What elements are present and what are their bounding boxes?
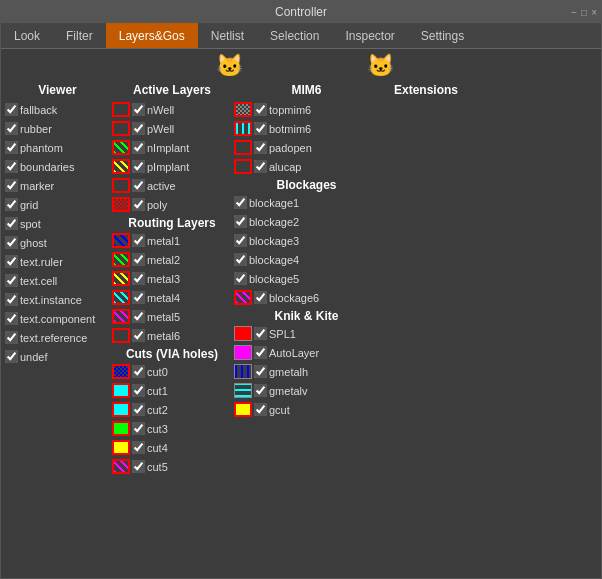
gcut-swatch[interactable] [234,402,252,417]
metal3-checkbox[interactable] [132,272,145,285]
metal2-swatch[interactable] [112,252,130,267]
metal3-swatch[interactable] [112,271,130,286]
nwell-checkbox[interactable] [132,103,145,116]
spot-checkbox[interactable] [5,217,18,230]
minimize-button[interactable]: − [571,7,577,18]
topmim6-swatch[interactable] [234,102,252,117]
nimplant-checkbox[interactable] [132,141,145,154]
list-item: text.ruler [5,252,110,271]
blockage4-checkbox[interactable] [234,253,247,266]
nimplant-swatch[interactable] [112,140,130,155]
text-component-checkbox[interactable] [5,312,18,325]
active-swatch[interactable] [112,178,130,193]
cut3-checkbox[interactable] [132,422,145,435]
spl1-swatch[interactable] [234,326,252,341]
gmetalh-checkbox[interactable] [254,365,267,378]
marker-checkbox[interactable] [5,179,18,192]
phantom-checkbox[interactable] [5,141,18,154]
blockage3-checkbox[interactable] [234,234,247,247]
blockage6-checkbox[interactable] [254,291,267,304]
boundaries-checkbox[interactable] [5,160,18,173]
gcut-checkbox[interactable] [254,403,267,416]
text-cell-checkbox[interactable] [5,274,18,287]
close-button[interactable]: × [591,7,597,18]
tab-layersgos[interactable]: Layers&Gos [106,23,198,48]
metal5-swatch[interactable] [112,309,130,324]
text-ruler-checkbox[interactable] [5,255,18,268]
pwell-checkbox[interactable] [132,122,145,135]
tab-settings[interactable]: Settings [408,23,477,48]
blockage3-label: blockage3 [249,235,299,247]
cut5-swatch[interactable] [112,459,130,474]
cut1-checkbox[interactable] [132,384,145,397]
metal2-checkbox[interactable] [132,253,145,266]
spl1-checkbox[interactable] [254,327,267,340]
autolayer-swatch[interactable] [234,345,252,360]
list-item: text.instance [5,290,110,309]
blockage6-swatch[interactable] [234,290,252,305]
active-checkbox[interactable] [132,179,145,192]
metal4-swatch[interactable] [112,290,130,305]
blockage2-checkbox[interactable] [234,215,247,228]
botmim6-swatch[interactable] [234,121,252,136]
fallback-label: fallback [20,104,57,116]
list-item: active [112,176,232,195]
rubber-label: rubber [20,123,52,135]
fallback-checkbox[interactable] [5,103,18,116]
cut4-swatch[interactable] [112,440,130,455]
nimplant-label: nImplant [147,142,189,154]
tab-filter[interactable]: Filter [53,23,106,48]
list-item: cut1 [112,381,232,400]
cut2-swatch[interactable] [112,402,130,417]
list-item: topmim6 [234,100,379,119]
tab-netlist[interactable]: Netlist [198,23,257,48]
cut0-checkbox[interactable] [132,365,145,378]
rubber-checkbox[interactable] [5,122,18,135]
poly-checkbox[interactable] [132,198,145,211]
gmetalv-swatch[interactable] [234,383,252,398]
list-item: padopen [234,138,379,157]
metal1-checkbox[interactable] [132,234,145,247]
cut5-checkbox[interactable] [132,460,145,473]
extensions-column: Extensions [381,83,471,476]
padopen-swatch[interactable] [234,140,252,155]
pimplant-swatch[interactable] [112,159,130,174]
pimplant-checkbox[interactable] [132,160,145,173]
poly-swatch[interactable] [112,197,130,212]
metal5-checkbox[interactable] [132,310,145,323]
tab-selection[interactable]: Selection [257,23,332,48]
blockage1-checkbox[interactable] [234,196,247,209]
cut2-checkbox[interactable] [132,403,145,416]
padopen-checkbox[interactable] [254,141,267,154]
topmim6-checkbox[interactable] [254,103,267,116]
maximize-button[interactable]: □ [581,7,587,18]
gmetalv-checkbox[interactable] [254,384,267,397]
alucap-checkbox[interactable] [254,160,267,173]
tab-inspector[interactable]: Inspector [332,23,407,48]
metal6-swatch[interactable] [112,328,130,343]
pwell-swatch[interactable] [112,121,130,136]
text-instance-checkbox[interactable] [5,293,18,306]
metal4-checkbox[interactable] [132,291,145,304]
autolayer-checkbox[interactable] [254,346,267,359]
undef-checkbox[interactable] [5,350,18,363]
cut5-label: cut5 [147,461,168,473]
blockage5-checkbox[interactable] [234,272,247,285]
tab-look[interactable]: Look [1,23,53,48]
text-reference-checkbox[interactable] [5,331,18,344]
cut1-swatch[interactable] [112,383,130,398]
cut4-checkbox[interactable] [132,441,145,454]
list-item: pWell [112,119,232,138]
metal1-swatch[interactable] [112,233,130,248]
nwell-swatch[interactable] [112,102,130,117]
cut0-swatch[interactable] [112,364,130,379]
ghost-checkbox[interactable] [5,236,18,249]
metal6-checkbox[interactable] [132,329,145,342]
grid-checkbox[interactable] [5,198,18,211]
gmetalh-swatch[interactable] [234,364,252,379]
alucap-swatch[interactable] [234,159,252,174]
botmim6-checkbox[interactable] [254,122,267,135]
layers-panel: Viewer fallback rubber phantom boundarie… [5,83,597,476]
cut3-swatch[interactable] [112,421,130,436]
list-item: blockage2 [234,212,379,231]
